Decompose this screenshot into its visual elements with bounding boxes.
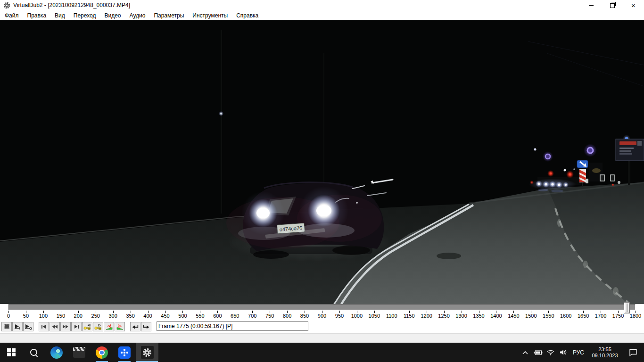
position-toolbar: Frame 1775 (0:00:59.167) [P] [0, 321, 644, 333]
window-controls: × [580, 0, 644, 10]
timeline-tick-label: 1000 [351, 313, 363, 319]
taskbar-edge-button[interactable] [45, 343, 68, 362]
system-tray: РУС 23:55 09.10.2023 [519, 343, 644, 362]
play-output-button[interactable] [23, 322, 33, 331]
network-status[interactable] [545, 343, 557, 362]
keep-right-sign [577, 160, 588, 168]
timeline-track[interactable] [8, 304, 636, 310]
tray-overflow-button[interactable] [519, 343, 531, 362]
action-center-icon [629, 349, 637, 356]
timeline-tick-label: 100 [39, 313, 48, 319]
taskbar-blue-app-button[interactable] [113, 343, 136, 362]
start-button[interactable] [0, 343, 23, 362]
virtualdub-taskbar-icon [141, 346, 154, 359]
timeline-tick-label: 1100 [386, 313, 397, 319]
edge-icon [50, 346, 63, 359]
speaker-icon [560, 349, 567, 355]
stop-button[interactable] [1, 322, 12, 331]
next-keyframe-icon [94, 323, 102, 330]
timeline-tick-label: 1800 [630, 313, 641, 319]
mark-in-button[interactable] [130, 322, 140, 331]
menu-bar: Файл Правка Вид Переход Видео Аудио Пара… [0, 10, 644, 20]
timeline-tick-label: 1750 [612, 313, 624, 319]
utility-pole-2 [323, 53, 324, 195]
prev-scene-icon [105, 323, 113, 330]
timeline-slider[interactable] [624, 302, 630, 313]
volume-status[interactable] [557, 343, 570, 362]
go-end-icon [73, 323, 80, 330]
battery-charging-icon [533, 350, 543, 355]
play-output-icon [25, 323, 32, 330]
taskbar-chrome-button[interactable] [91, 343, 113, 362]
menu-tools[interactable]: Инструменты [188, 11, 232, 20]
menu-audio[interactable]: Аудио [125, 11, 150, 20]
prev-scene-button[interactable] [104, 322, 114, 331]
menu-options[interactable]: Параметры [149, 11, 188, 20]
timeline-tick-label: 200 [74, 313, 83, 319]
go-start-icon [40, 323, 48, 330]
menu-view[interactable]: Вид [50, 11, 69, 20]
windows-logo-icon [7, 348, 16, 357]
small-sign-1 [600, 175, 604, 181]
language-indicator[interactable]: РУС [570, 343, 587, 362]
minimize-button[interactable] [580, 0, 602, 10]
step-forward-button[interactable] [60, 322, 71, 331]
timeline-tick-label: 1250 [438, 313, 449, 319]
taskbar: РУС 23:55 09.10.2023 [0, 343, 644, 362]
clock-time: 23:55 [592, 346, 618, 353]
taskbar-search-button[interactable] [23, 343, 45, 362]
chevron-up-icon [522, 350, 528, 355]
taskbar-video-app-button[interactable] [68, 343, 91, 362]
timeline-tick-label: 1200 [421, 313, 432, 319]
timeline-tick-label: 1600 [560, 313, 571, 319]
timeline-tick-label: 550 [196, 313, 204, 319]
timeline-tick-label: 350 [126, 313, 134, 319]
timeline-tick-label: 1350 [473, 313, 484, 319]
go-end-button[interactable] [71, 322, 82, 331]
reflective-marker [586, 179, 588, 183]
timeline-tick-label: 1650 [578, 313, 589, 319]
next-keyframe-button[interactable] [93, 322, 103, 331]
title-bar: VirtualDub2 - [20231009212948_000037.MP4… [0, 0, 644, 10]
clock-date: 09.10.2023 [592, 353, 618, 359]
menu-help[interactable]: Справка [232, 11, 263, 20]
wifi-icon [547, 349, 554, 355]
timeline-tick-label: 450 [161, 313, 169, 319]
timeline-tick-label: 150 [57, 313, 65, 319]
menu-file[interactable]: Файл [0, 11, 23, 20]
minimize-icon [589, 5, 594, 6]
play-input-button[interactable] [12, 322, 23, 331]
taskbar-virtualdub-button[interactable] [136, 343, 158, 362]
step-back-button[interactable] [50, 322, 60, 331]
restore-button[interactable] [602, 0, 623, 10]
timeline-tick-label: 1500 [525, 313, 537, 319]
clapperboard-icon [73, 347, 85, 358]
taskbar-clock[interactable]: 23:55 09.10.2023 [587, 343, 622, 362]
small-sign-2 [611, 175, 614, 181]
play-input-icon [14, 323, 21, 330]
action-center-button[interactable] [622, 343, 644, 362]
timeline-tick-label: 750 [265, 313, 274, 319]
mark-out-button[interactable] [141, 322, 151, 331]
prev-keyframe-icon [83, 323, 91, 330]
timeline-tick-label: 1300 [455, 313, 467, 319]
menu-video[interactable]: Видео [100, 11, 125, 20]
search-icon [30, 348, 38, 357]
next-scene-button[interactable] [115, 322, 125, 331]
menu-go[interactable]: Переход [69, 11, 100, 20]
timeline-tick-label: 600 [213, 313, 222, 319]
battery-status[interactable] [531, 343, 545, 362]
prev-keyframe-button[interactable] [82, 322, 92, 331]
close-icon: × [631, 2, 636, 9]
close-button[interactable]: × [623, 0, 644, 10]
menu-edit[interactable]: Правка [23, 11, 51, 20]
chrome-icon [96, 346, 108, 359]
timeline-tick-label: 300 [108, 313, 117, 319]
timeline-tick-label: 500 [178, 313, 187, 319]
window-title: VirtualDub2 - [20231009212948_000037.MP4… [13, 2, 130, 8]
timeline-tick-label: 0 [7, 313, 10, 319]
go-start-button[interactable] [39, 322, 49, 331]
dashcam-frame: о474со76 [0, 20, 644, 304]
timeline-ruler: 0501001502002503003504004505005506006507… [0, 304, 644, 321]
step-back-icon [51, 323, 58, 330]
